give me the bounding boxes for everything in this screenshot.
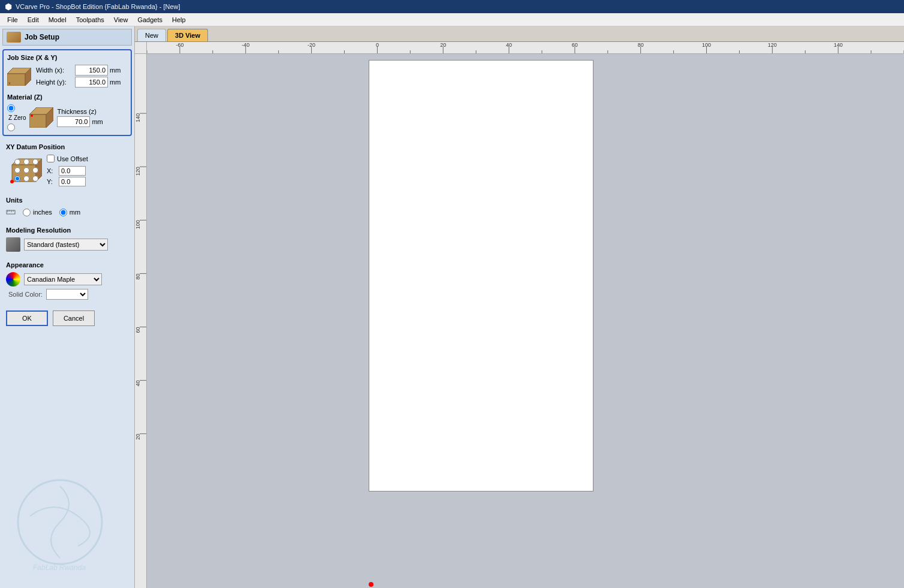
svg-point-11 [10,180,14,183]
material-row: Z Zero [7,104,127,131]
menu-item-model[interactable]: Model [44,15,71,25]
mm-radio[interactable] [59,209,67,216]
app-icon: ⬢ [5,2,12,11]
datum-top-center[interactable] [23,159,29,165]
menu-item-toolpaths[interactable]: Toolpaths [71,15,109,25]
menu-item-view[interactable]: View [109,15,133,25]
svg-text:x: x [8,81,11,85]
thickness-input[interactable] [57,116,90,127]
z-zero-col: Z Zero [7,104,26,131]
datum-bottom-left[interactable] [14,176,20,182]
job-size-icon: x [7,68,31,86]
svg-text:FabLab Rwanda: FabLab Rwanda [33,563,86,572]
tab-new[interactable]: New [137,29,166,41]
width-field-row: Width (x): mm [36,65,120,76]
tab-new-label: New [145,32,158,39]
material-3d-icon [29,107,53,129]
menu-item-gadgets[interactable]: Gadgets [132,15,167,25]
x-offset-input[interactable] [59,166,86,176]
datum-bottom-center[interactable] [23,176,29,182]
appearance-section: Appearance Canadian Maple Oak Pine Walnu… [2,258,132,303]
z-zero-top-radio[interactable] [7,104,15,112]
units-row: inches mm [6,207,128,217]
datum-middle-left[interactable] [14,167,20,173]
solid-color-dropdown[interactable] [46,289,88,300]
origin-red-dot [369,582,373,587]
datum-offsets: Use Offset X: Y: [47,155,88,186]
panel-title: Job Setup [25,33,59,41]
height-label: Height (y): [36,79,75,86]
menubar: FileEditModelToolpathsViewGadgetsHelp [0,13,904,26]
right-area: New 3D View [135,26,904,588]
menu-item-help[interactable]: Help [167,15,191,25]
units-section: Units inches mm [2,193,132,221]
use-offset-checkbox[interactable] [47,155,55,162]
datum-middle-right[interactable] [32,167,38,173]
datum-grid [6,154,42,187]
use-offset-label: Use Offset [57,155,88,162]
watermark: FabLab Rwanda [6,468,114,576]
svg-point-7 [31,114,33,117]
thickness-unit: mm [92,118,103,125]
job-size-row: x Width (x): mm Height (y): mm [7,65,127,89]
z-zero-bottom-radio-row [7,123,15,131]
ruler-corner [135,42,147,54]
inches-label: inches [33,209,52,216]
y-offset-label: Y: [47,178,56,185]
inches-radio[interactable] [23,209,31,216]
titlebar: ⬢ VCarve Pro - ShopBot Edition {FabLab R… [0,0,904,13]
appearance-label: Appearance [6,261,128,269]
width-input[interactable] [75,65,108,76]
resolution-icon [6,237,20,252]
canvas-content [147,54,904,588]
thickness-label: Thickness (z) [57,108,103,115]
left-panel: Job Setup Job Size (X & Y) x [0,26,135,588]
inches-radio-row: inches [23,209,52,216]
xy-datum-label: XY Datum Position [6,143,128,150]
datum-bottom-right[interactable] [32,176,38,182]
appearance-row: Canadian Maple Oak Pine Walnut [6,272,128,287]
ruler-top [147,42,904,54]
ruler-icon [6,207,16,217]
y-offset-input[interactable] [59,177,86,186]
datum-middle-center[interactable] [23,167,29,173]
cancel-button[interactable]: Cancel [53,310,95,326]
width-label: Width (x): [36,67,75,74]
xy-datum-content: Use Offset X: Y: [6,154,128,187]
menu-item-edit[interactable]: Edit [23,15,44,25]
canvas-area [135,42,904,588]
main-layout: Job Setup Job Size (X & Y) x [0,26,904,588]
ruler-left-canvas [135,54,147,588]
z-zero-bottom-radio[interactable] [7,123,15,131]
material-icon-svg [29,107,53,128]
z-zero-top-radio-row [7,104,15,112]
ruler-top-canvas [147,42,904,54]
xy-datum-section: XY Datum Position [2,140,132,191]
buttons-row: OK Cancel [2,306,132,331]
ok-button[interactable]: OK [6,310,48,326]
resolution-select[interactable]: Standard (fastest) High Very High Maximu… [24,239,108,251]
canvas-white [369,60,593,491]
height-field-row: Height (y): mm [36,77,120,88]
width-unit: mm [110,67,120,74]
mm-label: mm [70,209,80,216]
height-input[interactable] [75,77,108,88]
job-setup-panel: Job Setup Job Size (X & Y) x [0,26,134,333]
units-label: Units [6,197,128,204]
modeling-resolution-section: Modeling Resolution Standard (fastest) H… [2,223,132,255]
thickness-col: Thickness (z) mm [57,108,103,128]
datum-top-left[interactable] [14,159,20,165]
datum-top-right[interactable] [32,159,38,165]
x-offset-row: X: [47,166,88,176]
menu-item-file[interactable]: File [2,15,23,25]
appearance-icon [6,272,20,287]
job-size-label: Job Size (X & Y) [7,54,127,61]
solid-color-row: Solid Color: [8,289,128,300]
appearance-select[interactable]: Canadian Maple Oak Pine Walnut [24,273,102,285]
use-offset-row: Use Offset [47,155,88,162]
panel-header: Job Setup [2,29,132,46]
field-group: Width (x): mm Height (y): mm [36,65,120,89]
wood-icon-svg: x [7,68,31,86]
tab-3d-view[interactable]: 3D View [167,29,208,41]
z-zero-text: Z Zero [8,114,26,121]
